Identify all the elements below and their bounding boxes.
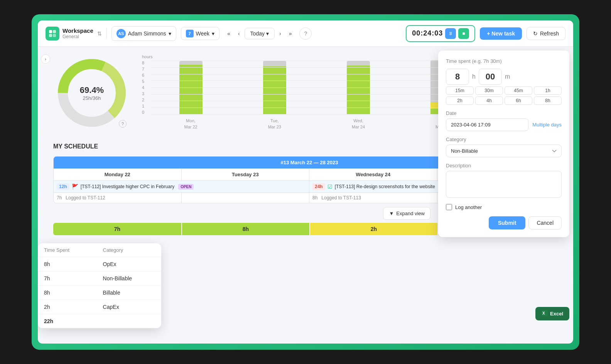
ts-total-cat xyxy=(97,314,161,329)
nav-first-btn[interactable]: « xyxy=(224,28,233,39)
time-presets: 15m 30m 45m 1h 2h 4h 6h 8h xyxy=(446,86,562,105)
main-container: Workspace General ⇅ AS Adam Simmons ▾ 7 … xyxy=(32,14,579,350)
multiple-days-link[interactable]: Multiple days xyxy=(532,122,562,128)
excel-btn[interactable]: X Excel xyxy=(535,307,569,320)
log-action-row: Submit Cancel xyxy=(446,216,562,229)
table-row: 22h xyxy=(38,314,161,329)
task-cell-1: 12h 🚩 [TST-112] Investigate higher CPC i… xyxy=(54,181,309,192)
donut-percent: 69.4% xyxy=(80,85,104,95)
user-chevron-icon: ▾ xyxy=(169,30,171,37)
preset-6h-btn[interactable]: 6h xyxy=(505,96,532,105)
time-spent-panel: Time Spent Category 8h OpEx 7h Non-Billa… xyxy=(38,243,161,328)
category-label: Category xyxy=(446,136,562,142)
log-another-label: Log another xyxy=(455,204,482,210)
workspace-icon xyxy=(46,27,59,40)
svg-rect-3 xyxy=(53,34,56,37)
new-task-btn[interactable]: + New task xyxy=(480,27,522,40)
hours-bar-mon: 7h xyxy=(53,223,181,235)
timer-stop-btn[interactable]: ■ xyxy=(458,28,469,39)
y-label-1: 1 xyxy=(142,104,148,108)
y-label-7: 7 xyxy=(142,67,148,71)
user-dropdown[interactable]: AS Adam Simmons ▾ xyxy=(111,26,176,41)
expand-chevron-icon: ▼ xyxy=(389,211,394,216)
minutes-input[interactable] xyxy=(479,69,502,85)
logged-cell-wed: 8h Logged to TST-113 xyxy=(309,193,437,203)
week-dropdown[interactable]: 7 Week ▾ xyxy=(181,27,220,40)
bar-label-wed: Wed,Mar 24 xyxy=(352,118,365,130)
preset-2h-btn[interactable]: 2h xyxy=(446,96,474,105)
week-icon: 7 xyxy=(186,30,194,37)
preset-1h-btn[interactable]: 1h xyxy=(534,86,562,95)
ts-time-1: 8h xyxy=(38,257,97,271)
task-hours-badge-2: 24h xyxy=(312,183,325,190)
refresh-btn[interactable]: ↻ Refresh xyxy=(527,27,565,40)
ts-time-3: 8h xyxy=(38,286,97,300)
hours-bar-thu: 2h xyxy=(310,223,437,235)
day-header-tue: Tuesday 23 xyxy=(182,169,310,180)
donut-chart: 69.4% 25h/36h ? xyxy=(53,54,130,131)
excel-label: Excel xyxy=(550,311,563,317)
today-btn[interactable]: Today ▾ xyxy=(245,28,275,39)
timer-display: 00:24:03 ⏸ ■ xyxy=(406,25,475,42)
nav-prev-btn[interactable]: ‹ xyxy=(235,28,243,39)
log-time-panel: Time spent (e.g. 7h 30m) h m 15m 30m 45m… xyxy=(438,51,569,237)
date-field: Date Multiple days xyxy=(446,110,562,131)
hours-bar-wed: 8h xyxy=(182,223,309,235)
category-select[interactable]: Non-Billable Billable OpEx CapEx xyxy=(446,145,562,157)
submit-btn[interactable]: Submit xyxy=(489,216,525,229)
table-row: 8h OpEx xyxy=(38,257,161,271)
category-field: Category Non-Billable Billable OpEx CapE… xyxy=(446,136,562,157)
new-task-label: + New task xyxy=(487,30,515,37)
log-another-checkbox[interactable] xyxy=(446,204,452,210)
svg-rect-1 xyxy=(53,30,56,33)
chevron-updown-icon: ⇅ xyxy=(97,30,102,37)
table-row: 8h Billable xyxy=(38,286,161,300)
ts-total: 22h xyxy=(38,314,97,329)
preset-45m-btn[interactable]: 45m xyxy=(505,86,532,95)
hours-unit: h xyxy=(472,73,476,80)
today-label: Today xyxy=(250,30,265,37)
week-label: Week xyxy=(196,30,210,37)
donut-center: 69.4% 25h/36h xyxy=(80,85,104,101)
time-input-row: h m xyxy=(446,69,562,85)
date-label: Date xyxy=(446,110,562,116)
log-time-title: Time spent (e.g. 7h 30m) xyxy=(446,58,562,64)
donut-help-icon[interactable]: ? xyxy=(119,120,127,128)
date-input[interactable] xyxy=(446,118,528,131)
minutes-unit: m xyxy=(505,73,510,80)
timer-time: 00:24:03 xyxy=(412,29,443,37)
nav-next-btn[interactable]: › xyxy=(276,28,284,39)
expand-view-btn[interactable]: ▼ Expand view xyxy=(383,207,430,220)
svg-rect-0 xyxy=(49,30,52,33)
preset-30m-btn[interactable]: 30m xyxy=(475,86,503,95)
timer-pause-btn[interactable]: ⏸ xyxy=(445,28,456,39)
ts-cat-4: CapEx xyxy=(97,300,161,314)
app-window: Workspace General ⇅ AS Adam Simmons ▾ 7 … xyxy=(38,20,573,344)
help-btn[interactable]: ? xyxy=(299,27,312,40)
ts-time-2: 7h xyxy=(38,271,97,286)
task-name-1: [TST-112] Investigate higher CPC in Febr… xyxy=(81,184,174,189)
preset-4h-btn[interactable]: 4h xyxy=(475,96,503,105)
hours-input[interactable] xyxy=(446,69,469,85)
refresh-label: Refresh xyxy=(540,30,559,37)
nav-last-btn[interactable]: » xyxy=(286,28,295,39)
ts-cat-3: Billable xyxy=(97,286,161,300)
time-spent-table: Time Spent Category 8h OpEx 7h Non-Billa… xyxy=(38,243,161,328)
day-header-mon: Monday 22 xyxy=(54,169,182,180)
week-chevron-icon: ▾ xyxy=(212,30,214,37)
ts-cat-1: OpEx xyxy=(97,257,161,271)
logged-cell-mon: 7h Logged to TST-112 xyxy=(54,193,182,203)
workspace-brand[interactable]: Workspace General ⇅ xyxy=(46,27,102,40)
cancel-btn[interactable]: Cancel xyxy=(528,216,562,229)
description-textarea[interactable] xyxy=(446,171,562,198)
user-name: Adam Simmons xyxy=(128,30,166,37)
preset-15m-btn[interactable]: 15m xyxy=(446,86,474,95)
preset-8h-btn[interactable]: 8h xyxy=(534,96,562,105)
log-another-row: Log another xyxy=(446,204,562,210)
donut-hours: 25h/36h xyxy=(80,95,104,101)
task-name-2: [TST-113] Re-design screenshots for the … xyxy=(335,184,435,189)
bar-wed: Wed,Mar 24 xyxy=(319,61,398,130)
help-icon: ? xyxy=(304,30,307,37)
task-check-icon: ☑ xyxy=(327,184,333,190)
sidebar-toggle-btn[interactable]: › xyxy=(41,54,50,64)
